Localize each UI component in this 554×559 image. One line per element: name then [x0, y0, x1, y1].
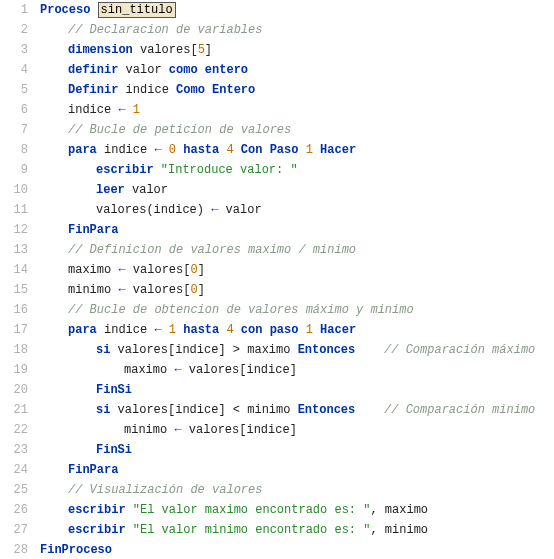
line-number: 8	[0, 140, 28, 160]
token-kw: Entonces	[298, 343, 356, 357]
line-number: 1	[0, 0, 28, 20]
line-number: 16	[0, 300, 28, 320]
line-number: 23	[0, 440, 28, 460]
token-kw: como entero	[169, 63, 248, 77]
token-var: ]	[198, 283, 205, 297]
token-num: 0	[190, 263, 197, 277]
token-trailcmt: // Comparación máximo	[384, 343, 535, 357]
token-kw: Hacer	[320, 143, 356, 157]
line-number: 15	[0, 280, 28, 300]
line-number: 21	[0, 400, 28, 420]
token-num: 0	[190, 283, 197, 297]
code-line: escribir "El valor maximo encontrado es:…	[40, 500, 554, 520]
token-kw: dimension	[68, 43, 133, 57]
line-number: 27	[0, 520, 28, 540]
token-kw: escribir	[68, 523, 126, 537]
code-line: FinPara	[40, 220, 554, 240]
line-number-gutter: 1234567891011121314151617181920212223242…	[0, 0, 36, 559]
token-num: 1	[133, 103, 140, 117]
token-kw: FinPara	[68, 463, 118, 477]
token-var: valores[indice]	[182, 423, 297, 437]
line-number: 12	[0, 220, 28, 240]
code-line: minimo ← valores[0]	[40, 280, 554, 300]
code-line: // Bucle de peticion de valores	[40, 120, 554, 140]
token-var: valores[indice] > maximo	[110, 343, 297, 357]
token-cmt: // Bucle de peticion de valores	[68, 123, 291, 137]
token-var: valor	[118, 63, 168, 77]
token-kw: FinSi	[96, 443, 132, 457]
code-line: // Bucle de obtencion de valores máximo …	[40, 300, 554, 320]
token-num: 5	[198, 43, 205, 57]
token-kw: FinSi	[96, 383, 132, 397]
token-var: , minimo	[370, 523, 428, 537]
token-num: 1	[169, 323, 176, 337]
token-kw: FinProceso	[40, 543, 112, 557]
line-number: 24	[0, 460, 28, 480]
token-var	[154, 163, 161, 177]
code-line: FinProceso	[40, 540, 554, 559]
code-line: definir valor como entero	[40, 60, 554, 80]
token-var	[126, 503, 133, 517]
token-kw: ←	[118, 103, 125, 117]
token-kw: Proceso	[40, 3, 98, 17]
token-var	[355, 343, 384, 357]
code-line: FinSi	[40, 380, 554, 400]
token-kw: ←	[118, 263, 125, 277]
token-num: 0	[169, 143, 176, 157]
code-line: leer valor	[40, 180, 554, 200]
code-line: minimo ← valores[indice]	[40, 420, 554, 440]
line-number: 11	[0, 200, 28, 220]
token-var: maximo	[124, 363, 174, 377]
token-kw: leer	[96, 183, 125, 197]
line-number: 20	[0, 380, 28, 400]
token-kw: ←	[174, 363, 181, 377]
token-str: "El valor maximo encontrado es: "	[133, 503, 371, 517]
token-var: indice	[68, 103, 118, 117]
code-line: escribir "El valor minimo encontrado es:…	[40, 520, 554, 540]
token-num: 4	[226, 143, 233, 157]
token-kw: ←	[174, 423, 181, 437]
token-var	[313, 323, 320, 337]
token-var	[234, 323, 241, 337]
token-var	[355, 403, 384, 417]
token-var: valores(indice)	[96, 203, 211, 217]
token-var: valores[indice] < minimo	[110, 403, 297, 417]
token-kw: Hacer	[320, 323, 356, 337]
token-kw: Definir	[68, 83, 118, 97]
line-number: 19	[0, 360, 28, 380]
code-line: indice ← 1	[40, 100, 554, 120]
token-kw: si	[96, 403, 110, 417]
token-var	[162, 143, 169, 157]
token-var: valores[	[126, 263, 191, 277]
line-number: 22	[0, 420, 28, 440]
code-line: // Declaracion de variables	[40, 20, 554, 40]
token-kw: si	[96, 343, 110, 357]
code-line: // Visualización de valores	[40, 480, 554, 500]
token-var	[298, 323, 305, 337]
token-kw: definir	[68, 63, 118, 77]
token-boxed: sin_titulo	[98, 2, 176, 18]
token-var	[126, 103, 133, 117]
token-var: indice	[118, 83, 176, 97]
token-trailcmt: // Comparación minimo	[384, 403, 535, 417]
line-number: 28	[0, 540, 28, 559]
token-var: valores[	[126, 283, 191, 297]
token-kw: para	[68, 143, 97, 157]
token-str: "El valor minimo encontrado es: "	[133, 523, 371, 537]
token-num: 4	[226, 323, 233, 337]
token-var	[234, 143, 241, 157]
token-cmt: // Bucle de obtencion de valores máximo …	[68, 303, 414, 317]
token-var: indice	[97, 143, 155, 157]
line-number: 2	[0, 20, 28, 40]
line-number: 3	[0, 40, 28, 60]
token-kw: Con Paso	[241, 143, 299, 157]
code-line: para indice ← 1 hasta 4 con paso 1 Hacer	[40, 320, 554, 340]
token-kw: hasta	[183, 323, 219, 337]
line-number: 6	[0, 100, 28, 120]
code-line: maximo ← valores[0]	[40, 260, 554, 280]
token-var: minimo	[124, 423, 174, 437]
token-num: 1	[306, 323, 313, 337]
token-var: valores[indice]	[182, 363, 297, 377]
line-number: 5	[0, 80, 28, 100]
token-var: indice	[97, 323, 155, 337]
